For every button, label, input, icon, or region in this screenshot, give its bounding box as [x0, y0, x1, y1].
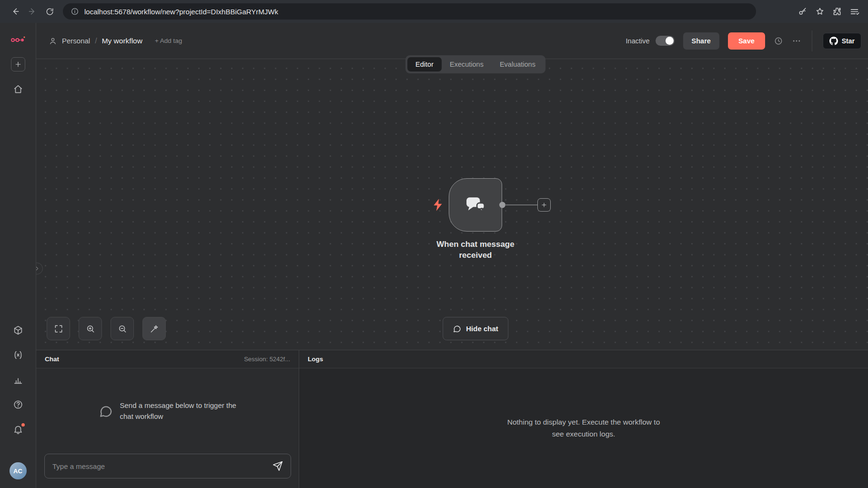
back-arrow-icon	[10, 7, 20, 16]
sidebar-item-help[interactable]	[13, 399, 23, 410]
extensions-puzzle-icon[interactable]	[832, 7, 842, 16]
variables-icon	[13, 350, 23, 360]
n8n-app: AC Personal / My workflow + Add tag Inac…	[0, 23, 868, 488]
tab-evaluations[interactable]: Evaluations	[492, 57, 544, 71]
chat-message-input[interactable]	[52, 462, 268, 470]
sidebar-top	[10, 35, 26, 94]
chevron-right-icon	[36, 265, 40, 272]
zoom-in-icon	[86, 324, 95, 334]
passwords-key-icon[interactable]	[798, 7, 807, 16]
chat-panel-title: Chat	[45, 356, 59, 363]
main-area: Personal / My workflow + Add tag Inactiv…	[36, 23, 868, 488]
browser-back-button[interactable]	[7, 3, 24, 20]
save-button[interactable]: Save	[728, 32, 765, 50]
chat-bubble-icon	[453, 325, 461, 333]
node-group: When chat message received	[449, 178, 502, 232]
reload-icon	[45, 7, 54, 16]
workflow-header: Personal / My workflow + Add tag Inactiv…	[36, 23, 868, 59]
browser-toolbar-right	[798, 7, 861, 17]
forward-arrow-icon	[28, 7, 37, 16]
sidebar-bottom: AC	[10, 325, 27, 479]
share-button[interactable]: Share	[683, 32, 719, 50]
app-sidebar: AC	[0, 23, 36, 488]
browser-reload-button[interactable]	[41, 3, 58, 20]
zoom-out-icon	[118, 324, 127, 334]
chat-trigger-node[interactable]	[449, 178, 502, 232]
hide-chat-button[interactable]: Hide chat	[443, 317, 508, 340]
sidebar-item-notifications[interactable]	[13, 424, 23, 435]
workflow-status-label: Inactive	[626, 37, 650, 45]
templates-package-icon	[13, 325, 23, 336]
logs-panel-header: Logs	[299, 350, 868, 368]
activate-toggle[interactable]	[656, 36, 675, 46]
logs-panel-title: Logs	[308, 356, 323, 363]
browser-toolbar: localhost:5678/workflow/new?projectId=DI…	[0, 0, 868, 23]
header-divider	[812, 30, 812, 51]
chat-bubble-icon	[99, 404, 113, 418]
new-workflow-button[interactable]	[11, 57, 25, 71]
bookmark-star-icon[interactable]	[815, 7, 825, 16]
canvas-controls	[47, 317, 166, 340]
bottom-panel: Chat Session: 5242f... Send a message be…	[36, 350, 868, 488]
plus-icon	[541, 202, 547, 208]
chat-empty-message: Send a message below to trigger the chat…	[120, 400, 237, 422]
logs-empty-message: Nothing to display yet. Execute the work…	[505, 417, 662, 439]
github-star-button[interactable]: Star	[823, 33, 861, 49]
url-text[interactable]: localhost:5678/workflow/new?projectId=DI…	[84, 8, 278, 16]
github-star-label: Star	[842, 37, 855, 45]
person-icon	[49, 37, 57, 45]
tab-executions[interactable]: Executions	[442, 57, 492, 71]
home-icon	[13, 84, 23, 94]
user-avatar[interactable]: AC	[10, 462, 27, 479]
trigger-bolt-icon	[432, 198, 444, 212]
chat-panel-header: Chat Session: 5242f...	[36, 350, 299, 368]
plus-icon	[14, 61, 22, 68]
logs-body: Nothing to display yet. Execute the work…	[299, 368, 868, 488]
send-message-icon[interactable]	[273, 461, 283, 471]
breadcrumb-separator: /	[95, 37, 97, 45]
n8n-logo	[10, 35, 26, 45]
sidebar-item-variables[interactable]	[13, 350, 23, 360]
n8n-logo-icon[interactable]	[10, 35, 26, 45]
notification-dot	[21, 423, 25, 427]
chat-bubbles-icon	[464, 194, 486, 215]
zoom-in-button[interactable]	[79, 317, 102, 340]
sidebar-item-templates[interactable]	[13, 325, 23, 336]
chat-panel: Chat Session: 5242f... Send a message be…	[36, 350, 299, 488]
add-node-button[interactable]	[537, 198, 551, 212]
add-tag-button[interactable]: + Add tag	[155, 37, 182, 44]
browser-menu-icon[interactable]	[849, 7, 859, 17]
sidebar-item-home[interactable]	[13, 84, 23, 94]
chat-session-id[interactable]: Session: 5242f...	[244, 356, 290, 363]
connection-line	[505, 204, 537, 205]
view-tabs: Editor Executions Evaluations	[405, 55, 545, 73]
tidy-up-button[interactable]	[142, 317, 166, 340]
tab-editor[interactable]: Editor	[407, 57, 442, 71]
sidebar-expand-button[interactable]	[36, 263, 43, 274]
screen: localhost:5678/workflow/new?projectId=DI…	[0, 0, 868, 488]
zoom-to-fit-button[interactable]	[47, 317, 70, 340]
logs-panel: Logs Nothing to display yet. Execute the…	[299, 350, 868, 488]
chat-message-list: Send a message below to trigger the chat…	[36, 368, 299, 454]
history-icon[interactable]	[774, 36, 783, 46]
workflow-canvas[interactable]: When chat message received	[36, 59, 868, 350]
address-bar[interactable]: localhost:5678/workflow/new?projectId=DI…	[63, 3, 756, 20]
tidy-up-wand-icon	[150, 324, 159, 334]
breadcrumb-project[interactable]: Personal	[62, 37, 90, 45]
header-actions: Inactive Share Save Star	[626, 30, 861, 51]
zoom-out-button[interactable]	[111, 317, 134, 340]
more-options-icon[interactable]	[792, 36, 801, 46]
github-icon	[829, 37, 838, 45]
workflow-title[interactable]: My workflow	[102, 37, 142, 45]
zoom-to-fit-icon	[54, 324, 63, 334]
page-info-icon[interactable]	[71, 7, 79, 16]
hide-chat-label: Hide chat	[466, 325, 498, 333]
sidebar-item-insights[interactable]	[13, 375, 23, 385]
chat-input-row	[44, 454, 291, 478]
toggle-knob	[666, 37, 674, 45]
breadcrumb: Personal / My workflow + Add tag	[49, 37, 182, 45]
node-label: When chat message received	[425, 239, 525, 261]
browser-forward-button[interactable]	[24, 3, 41, 20]
help-icon	[13, 399, 23, 410]
insights-chart-icon	[13, 375, 23, 385]
